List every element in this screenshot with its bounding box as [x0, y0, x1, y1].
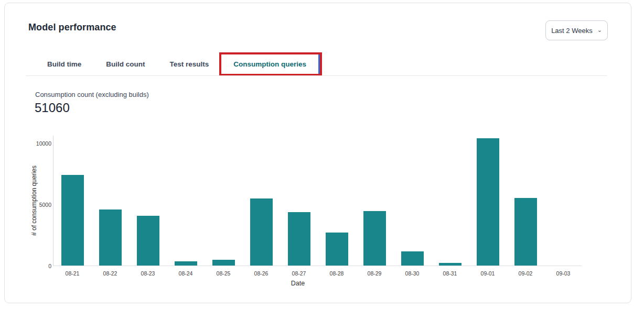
bar-08-28[interactable] [326, 233, 348, 266]
annotation-blue-edge [318, 54, 320, 74]
bar-chart-plot-area: # of consumption queries Date 0500010000… [53, 136, 582, 266]
chevron-down-icon: ⌄ [597, 27, 602, 34]
x-tick-label: 08-30 [396, 270, 428, 277]
bar-08-21[interactable] [61, 175, 84, 266]
x-axis-title: Date [291, 280, 305, 287]
page-title: Model performance [28, 22, 116, 33]
bar-08-30[interactable] [401, 251, 424, 266]
x-tick-label: 08-31 [434, 270, 466, 277]
time-range-value: Last 2 Weeks [551, 27, 593, 35]
model-performance-card: Model performance Last 2 Weeks ⌄ Build t… [4, 3, 631, 303]
x-tick-label: 08-25 [208, 270, 239, 277]
bar-08-26[interactable] [250, 198, 273, 266]
bar-08-29[interactable] [363, 211, 386, 266]
y-axis-title-wrap: # of consumption queries [26, 136, 42, 266]
tab-bar: Build time Build count Test results Cons… [47, 59, 306, 70]
bar-08-23[interactable] [137, 216, 159, 266]
tab-build-time[interactable]: Build time [47, 59, 81, 70]
x-tick-label: 09-03 [548, 270, 579, 277]
y-axis-title: # of consumption queries [30, 165, 38, 236]
y-tick-label: 0 [28, 263, 51, 269]
bar-08-27[interactable] [288, 212, 310, 266]
x-tick-label: 08-22 [94, 270, 126, 277]
x-tick-label: 08-26 [245, 270, 277, 277]
metric-label: Consumption count (excluding builds) [35, 91, 149, 98]
x-tick-label: 09-02 [510, 270, 541, 277]
x-tick-label: 08-23 [132, 270, 164, 277]
x-tick-label: 09-01 [472, 270, 503, 277]
metric-value: 51060 [35, 101, 70, 115]
x-tick-label: 08-24 [170, 270, 201, 277]
y-tick-label: 5000 [28, 202, 51, 208]
time-range-dropdown[interactable]: Last 2 Weeks ⌄ [545, 20, 608, 40]
bar-09-02[interactable] [514, 198, 537, 266]
bar-08-24[interactable] [175, 261, 197, 266]
y-tick-label: 10000 [28, 140, 51, 147]
tab-test-results[interactable]: Test results [170, 59, 209, 70]
tab-label: Consumption queries [233, 60, 306, 68]
tab-build-count[interactable]: Build count [106, 59, 145, 70]
x-tick-label: 08-27 [283, 270, 315, 277]
bar-08-25[interactable] [212, 260, 235, 266]
tab-consumption-queries[interactable]: Consumption queries [233, 59, 306, 70]
tab-divider [26, 75, 607, 76]
bar-09-01[interactable] [477, 138, 499, 266]
bar-08-22[interactable] [99, 209, 122, 266]
x-tick-label: 08-29 [359, 270, 390, 277]
bar-08-31[interactable] [439, 263, 461, 266]
x-tick-label: 08-28 [321, 270, 352, 277]
x-tick-label: 08-21 [57, 270, 88, 277]
